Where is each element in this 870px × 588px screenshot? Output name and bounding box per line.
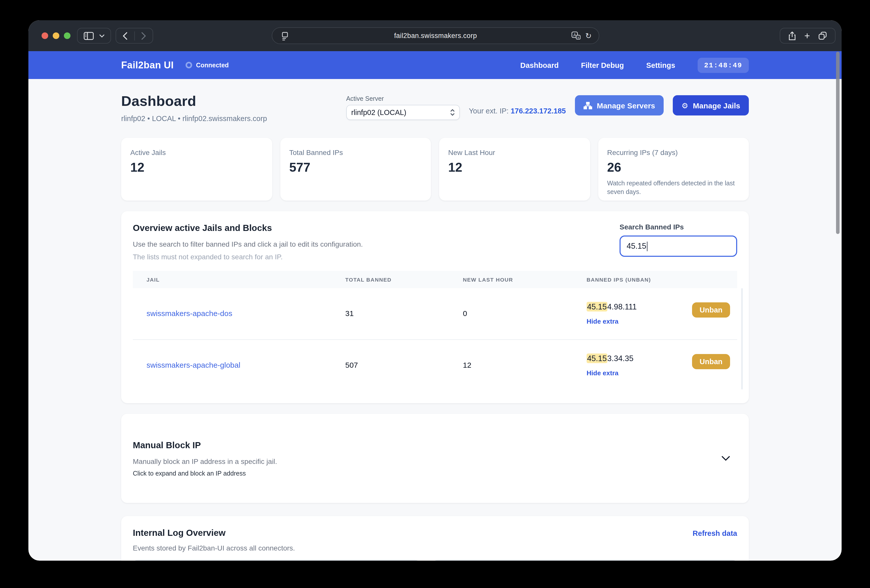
page-subtitle: rlinfp02 • LOCAL • rlinfp02.swissmakers.… (121, 114, 267, 123)
active-server-label: Active Server (346, 95, 460, 102)
log-filter-select[interactable] (433, 560, 737, 561)
stat-label: New Last Hour (448, 148, 581, 156)
browser-window: fail2ban.swissmakers.corp A x ↻ (28, 20, 842, 561)
manual-block-card[interactable]: Manual Block IP Manually block an IP add… (121, 414, 749, 503)
sidebar-chevron-down-icon[interactable] (100, 34, 105, 37)
table-scrollbar[interactable] (741, 288, 743, 389)
search-value: 45.15 (627, 242, 647, 251)
expand-chevron-down-icon[interactable] (721, 456, 737, 461)
search-banned-ips-group: Search Banned IPs 45.15 (620, 223, 737, 261)
reload-icon[interactable]: ↻ (585, 32, 591, 39)
share-icon[interactable] (788, 31, 796, 40)
stat-card-new-last-hour: New Last Hour 12 (439, 138, 590, 200)
nav-item-filter-debug[interactable]: Filter Debug (581, 61, 624, 69)
new-last-hour-value: 12 (463, 361, 587, 392)
overview-desc-2: The lists must not expanded to search fo… (133, 253, 363, 261)
minimize-window-button[interactable] (53, 33, 59, 39)
unban-button[interactable]: Unban (692, 302, 730, 318)
clock-badge: 21:48:49 (698, 58, 749, 73)
manual-block-desc: Manually block an IP address in a specif… (133, 457, 721, 465)
sitemap-icon (584, 101, 592, 109)
page-title-block: Dashboard rlinfp02 • LOCAL • rlinfp02.sw… (121, 93, 267, 123)
stat-card-recurring-ips: Recurring IPs (7 days) 26 Watch repeated… (598, 138, 749, 200)
nav-divider (134, 31, 135, 40)
banned-ip: 45.153.34.35 (587, 354, 692, 363)
stat-card-active-jails: Active Jails 12 (121, 138, 272, 200)
unban-button[interactable]: Unban (692, 354, 730, 369)
internal-log-card: Internal Log Overview Refresh data Event… (121, 516, 749, 561)
url-text: fail2ban.swissmakers.corp (272, 32, 599, 40)
close-window-button[interactable] (42, 33, 48, 39)
overview-title: Overview active Jails and Blocks (133, 223, 363, 233)
external-ip-label: Your ext. IP: (469, 107, 508, 115)
page-title: Dashboard (121, 93, 267, 109)
manual-block-hint: Click to expand and block an IP address (133, 470, 721, 477)
stat-card-total-banned: Total Banned IPs 577 (280, 138, 431, 200)
jail-link[interactable]: swissmakers-apache-dos (146, 309, 345, 339)
browser-titlebar: fail2ban.swissmakers.corp A x ↻ (28, 20, 842, 51)
tab-overview-icon[interactable] (818, 31, 827, 40)
active-server-select[interactable]: rlinfp02 (LOCAL) (346, 105, 460, 120)
nav-item-dashboard[interactable]: Dashboard (520, 61, 559, 69)
col-header-total-banned: Total Banned (345, 276, 463, 283)
address-bar[interactable]: fail2ban.swissmakers.corp A x ↻ (272, 27, 599, 44)
sidebar-toggle-group (77, 28, 111, 43)
manual-block-title: Manual Block IP (133, 440, 721, 450)
history-nav-group (116, 28, 153, 43)
manage-jails-button[interactable]: ⚙ Manage Jails (673, 95, 749, 116)
new-last-hour-value: 0 (463, 309, 587, 339)
app-brand: Fail2ban UI (121, 59, 174, 71)
overview-text-block: Overview active Jails and Blocks Use the… (133, 223, 363, 261)
total-banned-value: 507 (345, 361, 463, 392)
stat-note: Watch repeated offenders detected in the… (607, 179, 740, 196)
refresh-data-link[interactable]: Refresh data (693, 529, 737, 537)
select-updown-icon (450, 109, 454, 116)
traffic-lights (42, 33, 70, 39)
col-header-banned-ips: Banned IPs (Unban) (587, 276, 737, 283)
manage-jails-label: Manage Jails (693, 101, 740, 110)
search-banned-ips-input[interactable]: 45.15 (620, 236, 737, 257)
stat-label: Recurring IPs (7 days) (607, 148, 740, 156)
external-ip: Your ext. IP: 176.223.172.185 (469, 107, 566, 115)
connection-status-icon (185, 62, 192, 68)
svg-text:A: A (574, 33, 577, 37)
col-header-jail: Jail (146, 276, 345, 283)
external-ip-value: 176.223.172.185 (511, 107, 566, 115)
app-navbar: Fail2ban UI Connected Dashboard Filter D… (28, 51, 842, 79)
jail-link[interactable]: swissmakers-apache-global (146, 361, 345, 392)
stat-value: 12 (130, 160, 263, 175)
stat-label: Active Jails (130, 148, 263, 156)
log-filter-input[interactable] (133, 560, 420, 561)
overview-card: Overview active Jails and Blocks Use the… (121, 211, 749, 403)
connection-status-label: Connected (196, 62, 229, 68)
stat-label: Total Banned IPs (289, 148, 422, 156)
hide-extra-link[interactable]: Hide extra (587, 318, 692, 325)
nav-item-settings[interactable]: Settings (646, 61, 675, 69)
zoom-window-button[interactable] (64, 33, 70, 39)
total-banned-value: 31 (345, 309, 463, 339)
stat-value: 26 (607, 160, 740, 175)
search-match-highlight: 45.15 (587, 353, 607, 363)
text-caret (647, 241, 648, 251)
jails-table-header: Jail Total Banned New Last Hour Banned I… (133, 271, 737, 288)
window-actions-group: + (780, 28, 836, 43)
table-row: swissmakers-apache-dos 31 0 45.154.98.11… (133, 288, 737, 340)
active-server-value: rlinfp02 (LOCAL) (351, 108, 450, 116)
hide-extra-link[interactable]: Hide extra (587, 369, 692, 377)
col-header-new-last-hour: New Last Hour (463, 276, 587, 283)
search-banned-ips-label: Search Banned IPs (620, 223, 737, 231)
back-icon[interactable] (123, 32, 128, 40)
manage-servers-button[interactable]: Manage Servers (575, 95, 664, 116)
stat-value: 577 (289, 160, 422, 175)
svg-text:x: x (578, 36, 579, 39)
stat-cards: Active Jails 12 Total Banned IPs 577 New… (121, 138, 749, 200)
table-row: swissmakers-apache-global 507 12 45.153.… (133, 340, 737, 392)
forward-icon[interactable] (141, 32, 146, 40)
page-format-icon[interactable] (282, 32, 289, 40)
search-match-highlight: 45.15 (587, 302, 607, 312)
translate-icon[interactable]: A x (572, 31, 581, 40)
sidebar-icon[interactable] (83, 32, 94, 40)
browser-scrollbar[interactable] (836, 52, 840, 234)
screen: fail2ban.swissmakers.corp A x ↻ (0, 0, 870, 588)
new-tab-plus-icon[interactable]: + (804, 31, 810, 40)
